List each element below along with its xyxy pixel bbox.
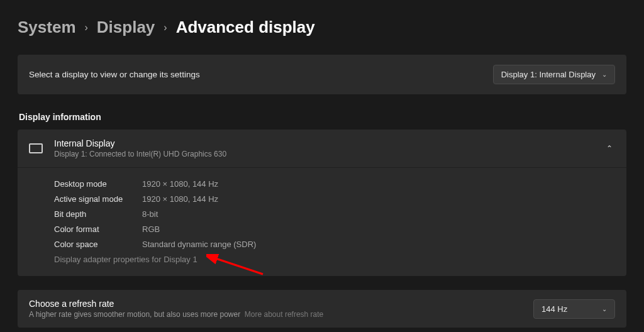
- info-row-value: RGB: [142, 222, 160, 237]
- info-row-key: Color space: [54, 237, 142, 252]
- info-row-value: 8-bit: [142, 207, 158, 222]
- select-display-label: Select a display to view or change its s…: [29, 70, 200, 79]
- info-row-key: Bit depth: [54, 207, 142, 222]
- chevron-up-icon: ⌃: [606, 144, 615, 153]
- monitor-icon: [29, 143, 43, 153]
- refresh-rate-subtitle: A higher rate gives smoother motion, but…: [29, 310, 323, 319]
- refresh-rate-card: Choose a refresh rate A higher rate give…: [18, 290, 626, 328]
- adapter-properties-link[interactable]: Display adapter properties for Display 1: [54, 252, 615, 267]
- refresh-rate-value: 144 Hz: [541, 304, 567, 314]
- refresh-rate-dropdown[interactable]: 144 Hz ⌄: [533, 299, 615, 319]
- info-row-key: Color format: [54, 222, 142, 237]
- info-row: Bit depth8-bit: [54, 207, 615, 222]
- section-title-display-info: Display information: [19, 112, 626, 122]
- info-row: Desktop mode1920 × 1080, 144 Hz: [54, 177, 615, 192]
- display-info-body: Desktop mode1920 × 1080, 144 HzActive si…: [18, 167, 626, 276]
- breadcrumb-display[interactable]: Display: [97, 18, 155, 37]
- display-selector-dropdown[interactable]: Display 1: Internal Display ⌄: [493, 65, 615, 84]
- chevron-right-icon: ›: [85, 22, 88, 33]
- info-row-value: 1920 × 1080, 144 Hz: [142, 192, 218, 207]
- breadcrumb-advanced-display: Advanced display: [176, 18, 315, 37]
- chevron-down-icon: ⌄: [602, 71, 607, 78]
- select-display-panel: Select a display to view or change its s…: [18, 55, 626, 94]
- info-row-value: 1920 × 1080, 144 Hz: [142, 177, 218, 192]
- info-row-key: Desktop mode: [54, 177, 142, 192]
- info-row: Active signal mode1920 × 1080, 144 Hz: [54, 192, 615, 207]
- display-info-card: Internal Display Display 1: Connected to…: [18, 130, 626, 276]
- display-selector-value: Display 1: Internal Display: [501, 70, 596, 79]
- breadcrumb-system[interactable]: System: [18, 18, 76, 37]
- info-row-value: Standard dynamic range (SDR): [142, 237, 256, 252]
- info-row: Color spaceStandard dynamic range (SDR): [54, 237, 615, 252]
- display-info-title: Internal Display: [54, 138, 226, 148]
- chevron-right-icon: ›: [164, 22, 167, 33]
- display-info-header[interactable]: Internal Display Display 1: Connected to…: [18, 130, 626, 167]
- chevron-down-icon: ⌄: [602, 306, 607, 313]
- display-info-subtitle: Display 1: Connected to Intel(R) UHD Gra…: [54, 150, 226, 158]
- info-row-key: Active signal mode: [54, 192, 142, 207]
- more-about-refresh-link[interactable]: More about refresh rate: [245, 310, 323, 319]
- breadcrumb: System › Display › Advanced display: [18, 18, 626, 37]
- info-row: Color formatRGB: [54, 222, 615, 237]
- refresh-rate-title: Choose a refresh rate: [29, 299, 323, 309]
